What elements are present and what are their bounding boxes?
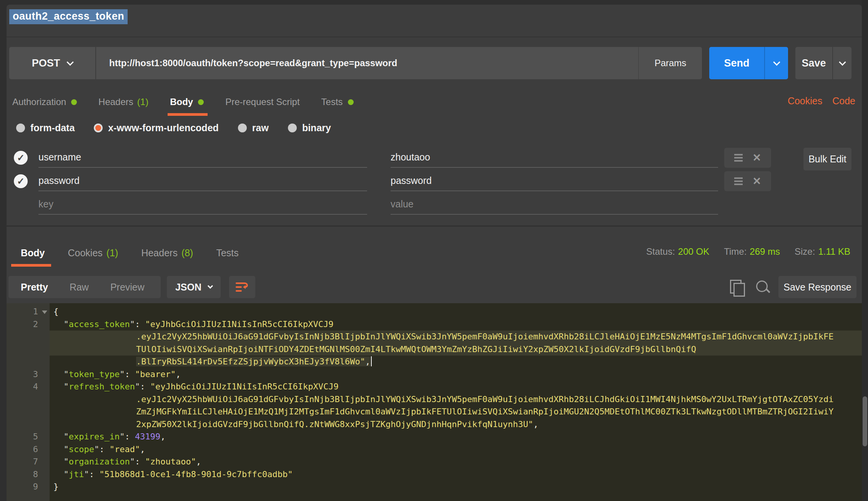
chevron-down-icon [839,58,846,65]
code-line: 1{ [7,306,862,318]
key-input[interactable]: password [38,170,367,191]
tab-label: Authorization [12,97,66,107]
body-type-binary[interactable]: binary [288,122,331,134]
value-input[interactable]: password [391,170,718,191]
value-input[interactable]: value [391,194,718,215]
code-line: 8 "jti": "51b868d1-0ce1-4fb8-901d-9c7bff… [7,468,862,481]
view-mode-raw[interactable]: Raw [70,282,89,293]
wrap-text-button[interactable] [229,276,255,298]
code-link[interactable]: Code [832,95,855,107]
tab-label: Cookies [68,247,103,259]
method-label: POST [32,57,60,69]
form-row: keyvalue [9,194,859,217]
response-tab-cookies[interactable]: Cookies(1) [68,247,118,259]
meta-status: Status:200 OK [646,246,709,257]
response-format-dropdown[interactable]: JSON [167,276,221,298]
save-options-button[interactable] [833,47,851,79]
search-icon[interactable] [755,280,772,296]
body-type-x-www-form-urlencoded[interactable]: x-www-form-urlencoded [94,122,219,134]
value-input[interactable]: zhoutaoo [391,147,718,168]
remove-row-icon[interactable]: ✕ [753,176,762,187]
line-number-gutter: 3 [7,368,50,381]
request-tab-title[interactable]: oauth2_access_token [9,9,128,24]
form-row: ✓usernamezhoutaoo✕ [9,147,859,170]
code-line: 6 "scope": "read", [7,443,862,456]
row-checkbox[interactable]: ✓ [14,151,28,165]
key-input[interactable]: key [38,194,367,215]
code-text: "jti": "51b868d1-0ce1-4fb8-901d-9c7bffc0… [50,468,862,481]
drag-handle-icon[interactable] [734,154,743,162]
remove-row-icon[interactable]: ✕ [753,153,762,163]
request-tab-tests[interactable]: Tests [321,97,354,107]
view-mode-preview[interactable]: Preview [110,282,145,293]
params-button[interactable]: Params [638,47,702,79]
code-text: "expires_in": 43199, [50,431,862,443]
panel-divider [7,225,862,227]
send-button[interactable]: Send [709,47,788,79]
scrollbar-thumb[interactable] [863,396,867,446]
tab-label: Pre-request Script [225,97,299,107]
radio-icon [94,124,103,132]
body-type-form-data[interactable]: form-data [16,122,75,134]
send-options-button[interactable] [765,47,788,79]
bulk-edit-button[interactable]: Bulk Edit [803,148,851,170]
chevron-down-icon [67,58,74,65]
line-number-gutter: 8 [7,468,50,481]
code-line: .eyJ1c2VyX25hbWUiOiJ6aG91dGFvbyIsInNjb3B… [7,331,862,343]
radio-icon [16,124,25,132]
code-line: TUlOIiwiSVQiXSwianRpIjoiNTFiODY4ZDEtMGNl… [7,343,862,356]
form-data-editor: ✓usernamezhoutaoo✕✓passwordpassword✕keyv… [9,147,859,220]
meta-label: Status: [646,246,675,257]
tab-label: Tests [321,97,343,107]
response-tab-body[interactable]: Body [21,247,45,259]
code-line: 7 "organization": "zhoutaoo", [7,456,862,468]
method-dropdown[interactable]: POST [9,47,96,79]
cookies-link[interactable]: Cookies [788,95,822,107]
chevron-down-icon [773,58,780,65]
code-text: { [50,306,862,318]
format-label: JSON [175,282,201,293]
url-bar: POST http://host1:8000/oauth/token?scope… [9,47,702,79]
key-input[interactable]: username [38,147,367,168]
line-number-gutter: 5 [7,431,50,443]
code-line: .eyJ1c2VyX25hbWUiOiJ6aG91dGFvbyIsInNjb3B… [7,393,862,406]
line-number-gutter [7,343,50,356]
meta-label: Size: [795,246,815,257]
request-tab-pre-request-script[interactable]: Pre-request Script [225,97,299,107]
code-text: 2xpZW50X2lkIjoidGVzdF9jbGllbnQifQ.zNtWWG… [50,418,862,431]
code-text: } [50,481,862,493]
response-body-viewer[interactable]: 1{2 "access_token": "eyJhbGciOiJIUzI1NiI… [7,303,862,501]
row-checkbox[interactable]: ✓ [14,174,28,188]
meta-time: Time:269 ms [724,246,780,257]
code-line: .BlIryRbSL414rDv5EfzZSjpjvWybcX3hEJy3fV8… [7,356,862,368]
tab-label: Body [21,247,45,259]
chevron-down-icon [208,283,213,289]
request-tabs: AuthorizationHeaders(1)BodyPre-request S… [12,92,375,112]
radio-label: raw [252,122,269,134]
save-response-button[interactable]: Save Response [778,276,856,298]
url-input[interactable]: http://host1:8000/oauth/token?scope=read… [96,47,638,79]
tab-label: Headers [141,247,178,259]
save-button[interactable]: Save [795,47,851,79]
copy-icon[interactable] [730,280,745,296]
drag-handle-icon[interactable] [734,177,743,185]
response-tab-headers[interactable]: Headers(8) [141,247,193,259]
scrollbar-track[interactable] [862,0,868,501]
code-line: ZmZjMGFkYmIiLCJleHAiOjE1MzQ1MjI2MTgsImF1… [7,406,862,418]
response-meta: Status:200 OKTime:269 msSize:1.11 KB [646,246,850,257]
line-number-gutter: 9 [7,481,50,493]
view-mode-pretty[interactable]: Pretty [21,282,48,293]
radio-icon [238,124,247,132]
response-view-modes: PrettyRawPreview [8,276,161,298]
meta-value: 269 ms [750,246,780,257]
body-type-raw[interactable]: raw [238,122,269,134]
request-tab-headers[interactable]: Headers(1) [98,97,148,107]
code-line: 4 "refresh_token": "eyJhbGciOiJIUzI1NiIs… [7,381,862,393]
meta-value: 1.11 KB [818,246,850,257]
green-dot-icon [348,99,354,105]
tab-count-badge: (8) [181,247,193,259]
fold-toggle-icon[interactable] [42,311,47,314]
request-tab-authorization[interactable]: Authorization [12,97,77,107]
response-tab-tests[interactable]: Tests [216,247,238,259]
request-tab-body[interactable]: Body [170,97,204,107]
